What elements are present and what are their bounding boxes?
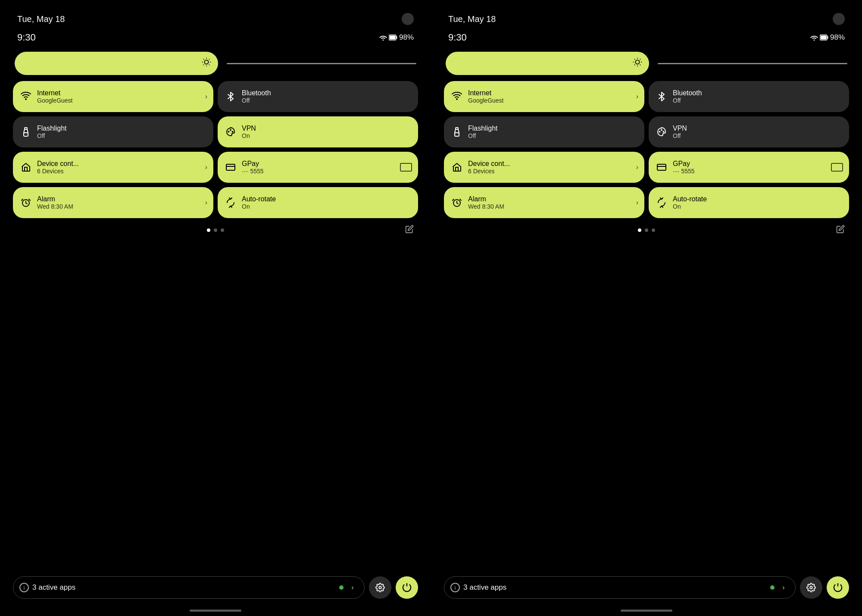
- brightness-row[interactable]: [444, 52, 849, 75]
- tile-subtitle-vpn: Off: [673, 132, 687, 140]
- edit-icon[interactable]: [405, 225, 414, 236]
- pagination-dot-1[interactable]: [645, 228, 648, 232]
- tile-subtitle-auto-rotate: On: [242, 203, 276, 210]
- status-date: Tue, May 18: [17, 14, 65, 24]
- brightness-row[interactable]: [13, 52, 418, 75]
- tile-auto-rotate[interactable]: Auto-rotate On: [218, 187, 418, 218]
- settings-button[interactable]: [800, 576, 822, 599]
- svg-point-22: [379, 586, 381, 589]
- power-button[interactable]: [827, 576, 849, 599]
- battery-icon: [820, 34, 828, 41]
- brightness-track[interactable]: [446, 52, 649, 75]
- edit-icon[interactable]: [836, 225, 845, 236]
- svg-line-11: [203, 65, 204, 65]
- phone-panel-right: Tue, May 18 9:30 98%: [431, 0, 862, 616]
- tile-subtitle-bluetooth: Off: [242, 97, 271, 104]
- tile-flashlight[interactable]: Flashlight Off: [13, 116, 213, 147]
- brightness-track[interactable]: [15, 52, 218, 75]
- tile-vpn[interactable]: VPN On: [218, 116, 418, 147]
- svg-rect-19: [226, 164, 235, 170]
- tile-vpn[interactable]: VPN Off: [649, 116, 849, 147]
- flashlight-icon: [20, 126, 32, 138]
- green-dot: [770, 585, 775, 590]
- svg-point-4: [204, 60, 208, 64]
- pagination-dot-1[interactable]: [214, 228, 217, 232]
- quick-tiles-grid: Internet GoogleGuest › Bluetooth Off: [13, 81, 418, 218]
- active-apps-text: 3 active apps: [463, 583, 767, 592]
- svg-point-13: [25, 99, 27, 100]
- svg-point-45: [810, 586, 812, 589]
- settings-button[interactable]: [369, 576, 391, 599]
- active-apps-pill[interactable]: i 3 active apps ›: [444, 576, 796, 599]
- active-apps-pill[interactable]: i 3 active apps ›: [13, 576, 365, 599]
- tile-title-auto-rotate: Auto-rotate: [673, 195, 707, 203]
- bluetooth-icon: [225, 91, 237, 103]
- svg-point-41: [663, 131, 664, 132]
- status-date: Tue, May 18: [448, 14, 496, 24]
- pagination-dot-0[interactable]: [207, 228, 210, 232]
- tile-title-flashlight: Flashlight: [468, 124, 497, 132]
- gpay-icon: [656, 161, 668, 173]
- tile-title-vpn: VPN: [673, 124, 687, 132]
- info-icon: i: [19, 583, 29, 592]
- tile-device-control[interactable]: Device cont... 6 Devices ›: [13, 152, 213, 183]
- tile-bluetooth[interactable]: Bluetooth Off: [218, 81, 418, 112]
- svg-point-17: [230, 129, 231, 131]
- tile-internet[interactable]: Internet GoogleGuest ›: [444, 81, 644, 112]
- brightness-slider[interactable]: [227, 63, 416, 64]
- active-apps-arrow[interactable]: ›: [778, 582, 789, 593]
- pagination-dot-2[interactable]: [221, 228, 224, 232]
- tile-text-gpay: GPay ···· 5555: [242, 159, 264, 175]
- tile-title-bluetooth: Bluetooth: [242, 89, 271, 97]
- gpay-icon: [225, 161, 237, 173]
- flashlight-icon: [451, 126, 463, 138]
- vpn-icon: [656, 126, 668, 138]
- tile-subtitle-internet: GoogleGuest: [37, 97, 73, 104]
- power-button[interactable]: [396, 576, 418, 599]
- rotate-icon: [656, 197, 668, 209]
- tile-text-internet: Internet GoogleGuest: [468, 89, 504, 104]
- active-apps-arrow[interactable]: ›: [347, 582, 358, 593]
- tile-alarm[interactable]: Alarm Wed 8:30 AM ›: [444, 187, 644, 218]
- tile-gpay[interactable]: GPay ···· 5555: [649, 152, 849, 183]
- tile-flashlight[interactable]: Flashlight Off: [444, 116, 644, 147]
- active-apps-text: 3 active apps: [32, 583, 336, 592]
- tile-gpay[interactable]: GPay ···· 5555: [218, 152, 418, 183]
- svg-point-0: [382, 40, 384, 41]
- tile-subtitle-flashlight: Off: [37, 132, 66, 140]
- tile-title-vpn: VPN: [242, 124, 256, 132]
- svg-rect-38: [455, 133, 459, 136]
- vpn-icon: [225, 126, 237, 138]
- alarm-icon: [451, 197, 463, 209]
- tile-title-device-control: Device cont...: [468, 159, 510, 168]
- gpay-card-icon: [831, 163, 843, 172]
- svg-rect-25: [827, 36, 828, 39]
- status-time-row: 9:30 98%: [13, 32, 418, 43]
- tile-title-alarm: Alarm: [37, 195, 73, 203]
- wifi-icon: [20, 91, 32, 103]
- quick-tiles-grid: Internet GoogleGuest › Bluetooth Off: [444, 81, 849, 218]
- status-time: 9:30: [17, 32, 36, 43]
- tile-device-control[interactable]: Device cont... 6 Devices ›: [444, 152, 644, 183]
- tile-bluetooth[interactable]: Bluetooth Off: [649, 81, 849, 112]
- pagination-dot-2[interactable]: [652, 228, 655, 232]
- svg-point-39: [659, 131, 660, 132]
- tile-internet[interactable]: Internet GoogleGuest ›: [13, 81, 213, 112]
- svg-point-40: [661, 129, 662, 131]
- home-indicator: [190, 610, 241, 612]
- tile-title-gpay: GPay: [242, 159, 264, 168]
- status-icons: 98%: [379, 33, 414, 42]
- tile-text-device-control: Device cont... 6 Devices: [468, 159, 510, 175]
- tile-alarm[interactable]: Alarm Wed 8:30 AM ›: [13, 187, 213, 218]
- brightness-slider[interactable]: [658, 63, 847, 64]
- tile-arrow-icon: ›: [205, 93, 207, 100]
- svg-point-36: [456, 99, 458, 100]
- svg-rect-3: [389, 36, 395, 40]
- pagination-dot-0[interactable]: [638, 228, 641, 232]
- tile-arrow-icon: ›: [636, 93, 638, 100]
- tile-text-alarm: Alarm Wed 8:30 AM: [37, 195, 73, 210]
- tile-subtitle-flashlight: Off: [468, 132, 497, 140]
- green-dot: [339, 585, 344, 590]
- tile-auto-rotate[interactable]: Auto-rotate On: [649, 187, 849, 218]
- battery-percent: 98%: [399, 33, 414, 42]
